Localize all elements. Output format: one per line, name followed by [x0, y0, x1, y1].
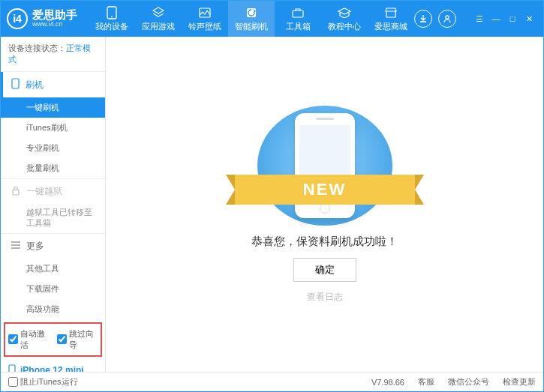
jailbreak-note: 越狱工具已转移至工具箱: [1, 204, 105, 233]
svg-rect-4: [293, 10, 303, 17]
toolbox-icon: [291, 6, 305, 19]
wechat-link[interactable]: 微信公众号: [448, 376, 489, 388]
customer-service-link[interactable]: 客服: [418, 376, 434, 388]
view-log-link[interactable]: 查看日志: [307, 291, 343, 304]
nav-label: 智能刷机: [235, 21, 268, 32]
sidebar-item-pro-flash[interactable]: 专业刷机: [1, 138, 105, 158]
block-itunes-check[interactable]: 阻止iTunes运行: [8, 376, 78, 388]
check-label: 跳过向导: [69, 328, 98, 351]
sidebar-item-itunes-flash[interactable]: iTunes刷机: [1, 118, 105, 138]
check-label: 阻止iTunes运行: [20, 376, 78, 388]
nav-label: 我的设备: [95, 21, 128, 32]
sidebar-head-label: 更多: [26, 240, 44, 253]
close-icon[interactable]: ✕: [524, 13, 534, 24]
nav-label: 工具箱: [286, 21, 311, 32]
nav-label: 应用游戏: [142, 21, 175, 32]
maximize-icon[interactable]: □: [507, 13, 518, 24]
statusbar: 阻止iTunes运行 V7.98.66 客服 微信公众号 检查更新: [1, 372, 543, 391]
svg-rect-8: [9, 365, 15, 372]
nav-ringtones[interactable]: 铃声壁纸: [182, 1, 228, 37]
sidebar-item-batch-flash[interactable]: 批量刷机: [1, 158, 105, 178]
svg-rect-6: [12, 79, 19, 88]
sidebar: 设备连接状态：正常模式 刷机 一键刷机 iTunes刷机 专业刷机 批量刷机 一…: [1, 37, 106, 372]
body: 设备连接状态：正常模式 刷机 一键刷机 iTunes刷机 专业刷机 批量刷机 一…: [1, 37, 543, 372]
nav-my-device[interactable]: 我的设备: [89, 1, 135, 37]
wallpaper-icon: [198, 6, 212, 19]
logo-icon: i4: [7, 8, 28, 29]
checkbox[interactable]: [8, 334, 18, 344]
flash-icon: [245, 6, 258, 19]
status-label: 设备连接状态：: [8, 43, 66, 52]
main-nav: 我的设备 应用游戏 铃声壁纸 智能刷机 工具箱 教程中心: [89, 1, 414, 37]
brand-title: 爱思助手: [32, 9, 77, 22]
sidebar-head-flash[interactable]: 刷机: [1, 72, 105, 97]
graduation-icon: [338, 6, 351, 19]
nav-toolbox[interactable]: 工具箱: [275, 1, 321, 37]
phone-icon: [105, 6, 119, 19]
svg-point-1: [111, 16, 113, 17]
new-ribbon: NEW: [235, 175, 415, 205]
apps-icon: [152, 6, 165, 19]
svg-rect-7: [13, 190, 19, 195]
checkbox[interactable]: [57, 334, 67, 344]
sidebar-item-advanced[interactable]: 高级功能: [1, 299, 105, 319]
sidebar-head-label: 一键越狱: [26, 185, 62, 198]
nav-label: 铃声壁纸: [188, 21, 221, 32]
device-status: 设备连接状态：正常模式: [1, 37, 105, 71]
title-controls: ☰ — □ ✕: [414, 10, 537, 28]
nav-label: 教程中心: [328, 21, 361, 32]
checkbox[interactable]: [8, 377, 18, 387]
nav-apps-games[interactable]: 应用游戏: [135, 1, 182, 37]
success-message: 恭喜您，保资料刷机成功啦！: [251, 235, 398, 249]
store-icon: [384, 6, 398, 19]
version-label: V7.98.66: [371, 378, 404, 387]
app-window: i4 爱思助手 www.i4.cn 我的设备 应用游戏 铃声壁纸 智能刷机: [0, 0, 544, 392]
phone-small-icon: [11, 78, 20, 91]
sidebar-head-jailbreak: 一键越狱: [1, 179, 105, 204]
device-name-text: iPhone 12 mini: [20, 365, 84, 372]
main-content: NEW 恭喜您，保资料刷机成功啦！ 确定 查看日志: [106, 37, 543, 372]
svg-point-5: [446, 16, 449, 19]
titlebar: i4 爱思助手 www.i4.cn 我的设备 应用游戏 铃声壁纸 智能刷机: [1, 1, 543, 37]
download-button[interactable]: [414, 10, 432, 28]
menu-icon[interactable]: ☰: [474, 13, 485, 24]
device-name[interactable]: iPhone 12 mini: [1, 360, 105, 372]
check-label: 自动激活: [20, 328, 50, 351]
phone-small-icon: [8, 364, 16, 372]
brand-subtitle: www.i4.cn: [32, 21, 77, 28]
nav-store[interactable]: 爱思商城: [368, 1, 414, 37]
ok-button[interactable]: 确定: [293, 258, 356, 282]
success-illustration: NEW: [257, 106, 392, 226]
sidebar-head-more[interactable]: 更多: [1, 234, 105, 259]
sidebar-item-onekey-flash[interactable]: 一键刷机: [1, 97, 105, 118]
check-update-link[interactable]: 检查更新: [503, 376, 536, 388]
check-skip-wizard[interactable]: 跳过向导: [57, 328, 98, 351]
lock-icon: [11, 186, 20, 198]
more-icon: [11, 241, 20, 251]
nav-tutorials[interactable]: 教程中心: [321, 1, 368, 37]
sidebar-head-label: 刷机: [26, 79, 44, 91]
flash-options: 自动激活 跳过向导: [4, 322, 102, 357]
nav-smart-flash[interactable]: 智能刷机: [228, 1, 275, 37]
nav-label: 爱思商城: [374, 21, 407, 32]
check-auto-activate[interactable]: 自动激活: [8, 328, 50, 351]
sidebar-item-other-tools[interactable]: 其他工具: [1, 259, 105, 279]
brand: i4 爱思助手 www.i4.cn: [7, 8, 89, 29]
minimize-icon[interactable]: —: [491, 13, 501, 24]
sidebar-item-download-firmware[interactable]: 下载固件: [1, 279, 105, 299]
user-button[interactable]: [438, 10, 456, 28]
